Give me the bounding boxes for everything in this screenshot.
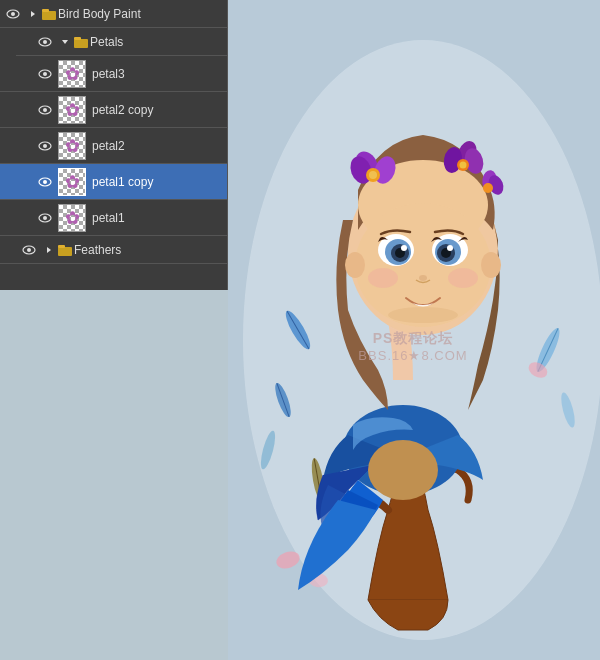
layer-group-bird-body-paint[interactable]: Bird Body Paint [0, 0, 227, 28]
svg-rect-23 [58, 247, 72, 256]
folder-icon [42, 7, 56, 21]
svg-rect-4 [42, 9, 49, 12]
svg-marker-7 [62, 40, 68, 44]
thumb-petal2copy: ✿ [58, 96, 86, 124]
layer-group-petals[interactable]: Petals [16, 28, 227, 56]
svg-point-72 [483, 183, 493, 193]
svg-rect-8 [74, 39, 88, 48]
svg-marker-2 [31, 11, 35, 17]
svg-rect-9 [74, 37, 81, 40]
svg-point-64 [369, 171, 377, 179]
svg-point-15 [43, 144, 47, 148]
layer-name-petal3: petal3 [92, 67, 223, 81]
svg-point-45 [481, 252, 501, 278]
svg-point-40 [368, 440, 438, 500]
layers-panel: Bird Body Paint Petals [0, 0, 228, 290]
layer-name-petal1: petal1 [92, 211, 223, 225]
svg-point-19 [43, 216, 47, 220]
svg-rect-3 [42, 11, 56, 20]
thumb-petal1copy: ✿ [58, 168, 86, 196]
layer-name-bird-body-paint: Bird Body Paint [58, 7, 223, 21]
thumb-petal2: ✿ [58, 132, 86, 160]
svg-point-44 [345, 252, 365, 278]
layer-name-petal2: petal2 [92, 139, 223, 153]
svg-point-17 [43, 180, 47, 184]
svg-point-55 [447, 245, 453, 251]
svg-point-59 [388, 307, 458, 323]
layer-petal3[interactable]: ✿ petal3 [0, 56, 227, 92]
svg-point-50 [401, 245, 407, 251]
layer-petal1[interactable]: ✿ petal1 [0, 200, 227, 236]
svg-point-21 [27, 248, 31, 252]
canvas-area: PS教程论坛 BBS.16★8.COM [228, 0, 600, 660]
eye-icon-petals[interactable] [36, 33, 54, 51]
expand-petals-arrow[interactable] [58, 35, 72, 49]
eye-icon-petal1copy[interactable] [36, 173, 54, 191]
expand-arrow[interactable] [26, 7, 40, 21]
svg-point-56 [419, 275, 427, 281]
eye-icon[interactable] [4, 5, 22, 23]
layer-name-feathers: Feathers [74, 243, 223, 257]
layer-name-petal1copy: petal1 copy [92, 175, 223, 189]
svg-marker-22 [47, 247, 51, 253]
svg-point-1 [11, 12, 15, 16]
svg-point-58 [448, 268, 478, 288]
svg-point-57 [368, 268, 398, 288]
svg-rect-24 [58, 245, 65, 248]
illustration: PS教程论坛 BBS.16★8.COM [238, 20, 588, 640]
eye-icon-feathers[interactable] [20, 241, 38, 259]
folder-icon-petals [74, 35, 88, 49]
eye-icon-petal3[interactable] [36, 65, 54, 83]
thumb-petal1: ✿ [58, 204, 86, 232]
layer-name-petal2copy: petal2 copy [92, 103, 223, 117]
svg-point-11 [43, 72, 47, 76]
expand-feathers-arrow[interactable] [42, 243, 56, 257]
layer-name-petals: Petals [90, 35, 223, 49]
svg-point-69 [460, 162, 467, 169]
layer-petal2-copy[interactable]: ✿ petal2 copy [0, 92, 227, 128]
eye-icon-petal1[interactable] [36, 209, 54, 227]
thumb-petal3: ✿ [58, 60, 86, 88]
layer-petal1-copy[interactable]: ✿ petal1 copy [0, 164, 227, 200]
eye-icon-petal2copy[interactable] [36, 101, 54, 119]
layer-group-feathers[interactable]: Feathers [0, 236, 227, 264]
svg-point-6 [43, 40, 47, 44]
panel-bottom [0, 290, 228, 660]
svg-point-13 [43, 108, 47, 112]
eye-icon-petal2[interactable] [36, 137, 54, 155]
layer-petal2[interactable]: ✿ petal2 [0, 128, 227, 164]
folder-icon-feathers [58, 243, 72, 257]
